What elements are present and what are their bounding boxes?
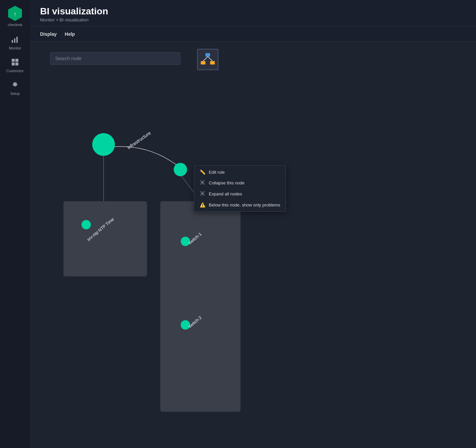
svg-text:↑: ↑ bbox=[14, 11, 17, 17]
breadcrumb: Monitor > BI visualization bbox=[40, 17, 466, 22]
svg-rect-3 bbox=[14, 38, 15, 43]
customize-icon bbox=[10, 57, 20, 67]
monitor-icon bbox=[10, 35, 20, 44]
svg-point-19 bbox=[174, 163, 187, 176]
menubar: Display Help bbox=[30, 27, 476, 41]
setup-label: Setup bbox=[10, 92, 20, 96]
warning-icon: ⚠️ bbox=[199, 202, 205, 207]
menu-item-display[interactable]: Display bbox=[40, 27, 62, 41]
app-logo[interactable]: ↑ checkmk bbox=[0, 0, 30, 30]
context-menu-item-expand-all[interactable]: Expand all nodes bbox=[194, 188, 286, 199]
customize-label: Customize bbox=[6, 69, 24, 73]
svg-point-17 bbox=[92, 133, 115, 156]
svg-rect-20 bbox=[63, 201, 147, 277]
svg-rect-6 bbox=[15, 59, 18, 62]
context-menu-item-show-problems[interactable]: ⚠️ Below this node, show only problems bbox=[194, 199, 286, 210]
main-content: BI visualization Monitor > BI visualizat… bbox=[30, 0, 476, 448]
svg-rect-4 bbox=[16, 37, 18, 43]
bi-visualization-svg: Infrastructure srv-ntp NTP Time switch-1… bbox=[30, 41, 476, 448]
sidebar-item-customize[interactable]: Customize bbox=[0, 53, 30, 76]
svg-line-31 bbox=[203, 180, 204, 181]
app-name-label: checkmk bbox=[8, 23, 22, 27]
menu-item-help[interactable]: Help bbox=[65, 27, 80, 41]
svg-line-39 bbox=[203, 194, 204, 195]
page-header: BI visualization Monitor > BI visualizat… bbox=[30, 0, 476, 27]
svg-line-36 bbox=[200, 191, 201, 192]
svg-rect-2 bbox=[12, 40, 13, 43]
expand-all-icon bbox=[199, 191, 205, 197]
bi-canvas-area[interactable]: Infrastructure srv-ntp NTP Time switch-1… bbox=[30, 41, 476, 448]
setup-icon bbox=[10, 80, 20, 90]
context-menu-item-edit-rule[interactable]: ✏️ Edit rule bbox=[194, 167, 286, 177]
sidebar-item-monitor[interactable]: Monitor bbox=[0, 30, 30, 53]
svg-line-32 bbox=[200, 183, 201, 184]
svg-text:Infrastructure: Infrastructure bbox=[126, 130, 152, 150]
collapse-icon bbox=[199, 180, 205, 186]
checkmk-logo-icon: ↑ bbox=[7, 5, 23, 21]
svg-line-37 bbox=[203, 191, 204, 192]
sidebar-item-setup[interactable]: Setup bbox=[0, 76, 30, 98]
context-menu: ✏️ Edit rule Collapse this node bbox=[194, 165, 286, 212]
svg-point-21 bbox=[82, 220, 91, 230]
context-menu-item-collapse[interactable]: Collapse this node bbox=[194, 177, 286, 188]
svg-line-38 bbox=[200, 194, 201, 195]
svg-rect-8 bbox=[15, 62, 18, 65]
edit-rule-icon: ✏️ bbox=[199, 169, 205, 175]
sidebar: ↑ checkmk Monitor Customize bbox=[0, 0, 30, 448]
svg-rect-7 bbox=[12, 62, 15, 65]
svg-line-30 bbox=[200, 180, 201, 181]
page-title: BI visualization bbox=[40, 6, 466, 17]
svg-rect-5 bbox=[12, 59, 15, 62]
svg-line-33 bbox=[203, 183, 204, 184]
monitor-label: Monitor bbox=[9, 46, 21, 50]
